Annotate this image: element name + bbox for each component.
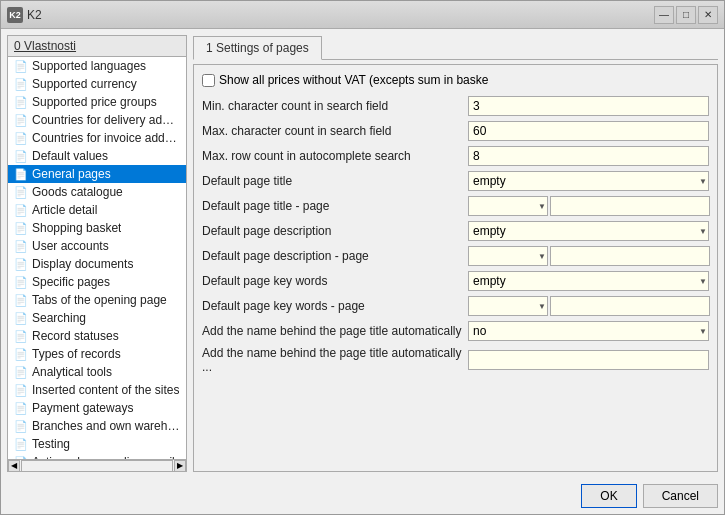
sidebar-item-label: User accounts	[32, 239, 109, 253]
left-panel-header[interactable]: 0 Vlastnosti	[8, 36, 186, 57]
select-wrapper-default-page-keywords: emptycustom	[468, 271, 709, 291]
sidebar-item-types-of-records[interactable]: 📄Types of records	[8, 345, 186, 363]
sidebar-item-label: Analytical tools	[32, 365, 112, 379]
sidebar-item-specific-pages[interactable]: 📄Specific pages	[8, 273, 186, 291]
form-label-max-char-count: Max. character count in search field	[202, 124, 462, 138]
scroll-right-button[interactable]: ▶	[174, 460, 186, 472]
sidebar-item-countries-delivery[interactable]: 📄Countries for delivery addresse	[8, 111, 186, 129]
sidebar-item-label: Types of records	[32, 347, 121, 361]
bottom-bar: OK Cancel	[1, 478, 724, 514]
sidebar-item-searching[interactable]: 📄Searching	[8, 309, 186, 327]
left-panel: 0 Vlastnosti 📄Supported languages📄Suppor…	[7, 35, 187, 472]
page-select-default-page-keywords-page[interactable]	[468, 296, 548, 316]
document-icon: 📄	[14, 96, 28, 109]
sidebar-item-label: Inserted content of the sites	[32, 383, 179, 397]
window-title: K2	[27, 8, 42, 22]
page-input-default-page-description-page[interactable]	[550, 246, 710, 266]
document-icon: 📄	[14, 240, 28, 253]
document-icon: 📄	[14, 276, 28, 289]
sidebar-item-label: Goods catalogue	[32, 185, 123, 199]
main-content: 0 Vlastnosti 📄Supported languages📄Suppor…	[1, 29, 724, 478]
form-row-default-page-description: Default page descriptionemptycustom	[202, 221, 709, 241]
form-label-default-page-keywords: Default page key words	[202, 274, 462, 288]
page-select-small-default-page-description-page	[468, 246, 548, 266]
sidebar-item-record-statuses[interactable]: 📄Record statuses	[8, 327, 186, 345]
sidebar-item-label: Tabs of the opening page	[32, 293, 167, 307]
input-min-char-count[interactable]	[468, 96, 709, 116]
page-input-default-page-keywords-page[interactable]	[550, 296, 710, 316]
tab-bar: 1 Settings of pages	[193, 35, 718, 60]
right-panel: 1 Settings of pages Show all prices with…	[193, 35, 718, 472]
minimize-button[interactable]: —	[654, 6, 674, 24]
sidebar-item-supported-languages[interactable]: 📄Supported languages	[8, 57, 186, 75]
sidebar-item-inserted-content[interactable]: 📄Inserted content of the sites	[8, 381, 186, 399]
sidebar-item-label: Specific pages	[32, 275, 110, 289]
page-select-default-page-title-page[interactable]	[468, 196, 548, 216]
sidebar-item-default-values[interactable]: 📄Default values	[8, 147, 186, 165]
form-row-default-page-description-page: Default page description - page	[202, 246, 709, 266]
sidebar-item-supported-price-groups[interactable]: 📄Supported price groups	[8, 93, 186, 111]
maximize-button[interactable]: □	[676, 6, 696, 24]
cancel-button[interactable]: Cancel	[643, 484, 718, 508]
page-select-group-default-page-title-page	[468, 196, 710, 216]
ok-button[interactable]: OK	[581, 484, 636, 508]
document-icon: 📄	[14, 348, 28, 361]
scroll-left-button[interactable]: ◀	[8, 460, 20, 472]
form-label-default-page-title-page: Default page title - page	[202, 199, 462, 213]
form-label-max-row-count: Max. row count in autocomplete search	[202, 149, 462, 163]
sidebar-item-label: Testing	[32, 437, 70, 451]
sidebar-item-analytical-tools[interactable]: 📄Analytical tools	[8, 363, 186, 381]
sidebar-item-display-documents[interactable]: 📄Display documents	[8, 255, 186, 273]
sidebar-item-label: Supported languages	[32, 59, 146, 73]
sidebar-item-article-detail[interactable]: 📄Article detail	[8, 201, 186, 219]
sidebar-item-supported-currency[interactable]: 📄Supported currency	[8, 75, 186, 93]
sidebar-item-label: Supported price groups	[32, 95, 157, 109]
document-icon: 📄	[14, 258, 28, 271]
input-add-name-behind-title-extra[interactable]	[468, 350, 709, 370]
sidebar-item-payment-gateways[interactable]: 📄Payment gateways	[8, 399, 186, 417]
page-select-small-default-page-keywords-page	[468, 296, 548, 316]
vat-row: Show all prices without VAT (excepts sum…	[202, 73, 709, 87]
form-row-default-page-title-page: Default page title - page	[202, 196, 709, 216]
select-wrapper-default-page-title: emptycustom	[468, 171, 709, 191]
sidebar-item-label: Countries for delivery addresse	[32, 113, 180, 127]
document-icon: 📄	[14, 150, 28, 163]
document-icon: 📄	[14, 132, 28, 145]
sidebar-item-label: Payment gateways	[32, 401, 133, 415]
sidebar-item-branches[interactable]: 📄Branches and own warehouses	[8, 417, 186, 435]
page-select-default-page-description-page[interactable]	[468, 246, 548, 266]
vat-label: Show all prices without VAT (excepts sum…	[219, 73, 488, 87]
scrollbar-track[interactable]	[21, 460, 173, 472]
select-default-page-description[interactable]: emptycustom	[468, 221, 709, 241]
sidebar-item-testing[interactable]: 📄Testing	[8, 435, 186, 453]
sidebar-item-countries-invoice[interactable]: 📄Countries for invoice addresse	[8, 129, 186, 147]
document-icon: 📄	[14, 222, 28, 235]
input-max-row-count[interactable]	[468, 146, 709, 166]
form-label-default-page-keywords-page: Default page key words - page	[202, 299, 462, 313]
select-default-page-title[interactable]: emptycustom	[468, 171, 709, 191]
vat-checkbox[interactable]	[202, 74, 215, 87]
select-wrapper-default-page-description: emptycustom	[468, 221, 709, 241]
sidebar-item-user-accounts[interactable]: 📄User accounts	[8, 237, 186, 255]
sidebar-item-shopping-basket[interactable]: 📄Shopping basket	[8, 219, 186, 237]
form-row-max-row-count: Max. row count in autocomplete search	[202, 146, 709, 166]
close-button[interactable]: ✕	[698, 6, 718, 24]
horizontal-scrollbar[interactable]: ◀ ▶	[8, 459, 186, 471]
form-row-max-char-count: Max. character count in search field	[202, 121, 709, 141]
input-max-char-count[interactable]	[468, 121, 709, 141]
sidebar-item-tabs-opening-page[interactable]: 📄Tabs of the opening page	[8, 291, 186, 309]
form-row-default-page-title: Default page titleemptycustom	[202, 171, 709, 191]
sidebar-item-general-pages[interactable]: 📄General pages	[8, 165, 186, 183]
left-panel-list[interactable]: 📄Supported languages📄Supported currency📄…	[8, 57, 186, 459]
title-bar: K2 K2 — □ ✕	[1, 1, 724, 29]
tab-tab-settings-pages[interactable]: 1 Settings of pages	[193, 36, 322, 60]
select-add-name-behind-title[interactable]: noyes	[468, 321, 709, 341]
document-icon: 📄	[14, 60, 28, 73]
sidebar-item-label: Branches and own warehouses	[32, 419, 180, 433]
select-default-page-keywords[interactable]: emptycustom	[468, 271, 709, 291]
title-bar-left: K2 K2	[7, 7, 42, 23]
sidebar-item-label: Shopping basket	[32, 221, 121, 235]
page-input-default-page-title-page[interactable]	[550, 196, 710, 216]
form-row-add-name-behind-title: Add the name behind the page title autom…	[202, 321, 709, 341]
sidebar-item-goods-catalogue[interactable]: 📄Goods catalogue	[8, 183, 186, 201]
